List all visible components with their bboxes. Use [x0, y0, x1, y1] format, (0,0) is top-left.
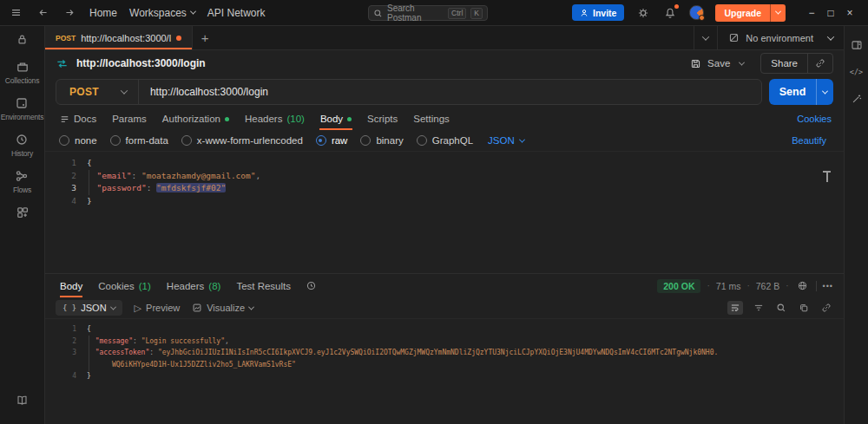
settings-gear-icon[interactable]: [635, 5, 651, 21]
menu-icon[interactable]: [9, 5, 23, 20]
mode-none[interactable]: none: [59, 135, 97, 146]
code-line-content[interactable]: "password": "mfdskfsjf#02": [87, 182, 226, 195]
window-minimize-button[interactable]: −: [802, 5, 821, 21]
forward-icon[interactable]: [62, 5, 77, 20]
send-options-button[interactable]: [816, 79, 833, 105]
copy-link-button[interactable]: [808, 58, 832, 68]
method-selector[interactable]: POST: [56, 86, 138, 98]
language-selector[interactable]: JSON: [488, 135, 524, 146]
mode-binary[interactable]: binary: [360, 135, 403, 146]
code-line[interactable]: 4}: [45, 195, 844, 208]
share-button[interactable]: Share: [761, 58, 807, 68]
sidebar-item-flows[interactable]: Flows: [13, 169, 31, 194]
search-response-icon[interactable]: [774, 301, 788, 315]
response-tab-body[interactable]: Body: [52, 274, 90, 297]
wrap-text-icon[interactable]: [727, 301, 743, 315]
response-body-viewer[interactable]: 1{2 "message": "Login successfully",3 "a…: [45, 318, 844, 424]
window-maximize-button[interactable]: □: [821, 5, 840, 21]
tab-label: Body: [320, 114, 343, 124]
chevron-down-icon: [827, 33, 834, 40]
status-dot: [347, 117, 352, 121]
response-format-selector[interactable]: { } JSON: [56, 300, 122, 316]
url-input-container: POST http://localhost:3000/login: [56, 79, 762, 105]
tab-label: Cookies: [98, 281, 135, 291]
notifications-bell-icon[interactable]: [662, 5, 678, 21]
code-line[interactable]: 3 "password": "mfdskfsjf#02": [45, 182, 844, 195]
link-response-icon[interactable]: [819, 301, 833, 315]
code-line-content[interactable]: "email": "moatazhamdy@gmail.com",: [87, 170, 260, 183]
nav-home[interactable]: Home: [89, 7, 117, 19]
environment-selector[interactable]: No environment: [717, 26, 844, 49]
tab-headers[interactable]: Headers(10): [237, 108, 312, 130]
save-button[interactable]: Save: [690, 58, 730, 69]
history-clock-icon: [306, 280, 317, 291]
mode-form-data[interactable]: form-data: [110, 135, 168, 146]
upgrade-chevron[interactable]: [770, 4, 786, 22]
code-line-content[interactable]: }: [87, 195, 92, 208]
request-tab[interactable]: POST http://localhost:3000/l: [45, 26, 193, 49]
mode-label: binary: [376, 135, 403, 146]
code-line[interactable]: 1{: [45, 157, 844, 170]
nav-workspaces[interactable]: Workspaces: [129, 7, 195, 19]
save-dropdown-button[interactable]: [738, 60, 746, 68]
sidebar-item-collections[interactable]: Collections: [5, 60, 39, 85]
mode-x-www-form-urlencoded[interactable]: x-www-form-urlencoded: [181, 135, 303, 146]
new-tab-button[interactable]: +: [193, 26, 217, 49]
sidebar-lock-button[interactable]: [16, 33, 29, 46]
response-tab-cookies[interactable]: Cookies(1): [90, 274, 159, 297]
tab-options-button[interactable]: [694, 26, 717, 49]
line-number: 4: [45, 195, 76, 208]
avatar[interactable]: [689, 5, 704, 20]
response-tab-test-results[interactable]: Test Results: [228, 274, 299, 297]
shortcut-k-badge: K: [470, 8, 483, 19]
response-size: 762 B: [756, 281, 779, 291]
preview-button[interactable]: ▷ Preview: [135, 303, 181, 314]
divider: [816, 281, 817, 291]
url-input[interactable]: http://localhost:3000/login: [139, 86, 761, 98]
visualize-button[interactable]: Visualize: [192, 303, 253, 313]
learning-center-button[interactable]: [16, 394, 29, 407]
back-icon[interactable]: [36, 5, 50, 20]
status-dot: [225, 117, 229, 121]
code-line[interactable]: 2 "email": "moatazhamdy@gmail.com",: [45, 170, 844, 183]
tab-settings[interactable]: Settings: [405, 108, 457, 130]
chevron-down-icon: [775, 9, 781, 15]
send-button[interactable]: Send: [769, 79, 833, 105]
line-number: 2: [45, 336, 76, 348]
search-input[interactable]: Search Postman Ctrl K: [368, 5, 488, 21]
tab-params[interactable]: Params: [104, 108, 155, 130]
network-globe-icon[interactable]: [795, 278, 810, 293]
wand-postbot-icon[interactable]: [849, 91, 865, 107]
language-label: JSON: [488, 135, 515, 146]
request-body-editor[interactable]: 1{2 "email": "moatazhamdy@gmail.com",3 "…: [45, 151, 844, 273]
beautify-link[interactable]: Beautify: [792, 135, 830, 146]
copy-icon[interactable]: [797, 301, 811, 315]
tab-body[interactable]: Body: [312, 108, 359, 130]
window-close-button[interactable]: ×: [840, 5, 859, 21]
response-tab-headers[interactable]: Headers(8): [159, 274, 229, 297]
line-number: 3: [45, 182, 76, 195]
mode-graphql[interactable]: GraphQL: [417, 135, 473, 146]
line-number: 4: [45, 370, 76, 382]
tab-docs[interactable]: Docs: [52, 108, 104, 130]
response-history-button[interactable]: [299, 274, 324, 297]
invite-label: Invite: [593, 8, 616, 18]
invite-button[interactable]: Invite: [572, 4, 624, 21]
environment-quicklook-panel-icon[interactable]: [849, 37, 865, 53]
mode-raw[interactable]: raw: [316, 135, 348, 146]
sidebar-item-environments[interactable]: Environments: [1, 96, 44, 121]
status-badge[interactable]: 200 OK: [657, 279, 700, 293]
code-snippet-icon[interactable]: </>: [850, 68, 863, 76]
sidebar-item-history[interactable]: History: [11, 133, 33, 158]
upgrade-button[interactable]: Upgrade: [715, 4, 786, 22]
filter-icon[interactable]: [752, 301, 766, 315]
nav-api-network[interactable]: API Network: [207, 7, 266, 19]
lock-icon: [16, 33, 29, 46]
tab-authorization[interactable]: Authorization: [155, 108, 237, 130]
code-line-content[interactable]: {: [87, 157, 92, 170]
tab-scripts[interactable]: Scripts: [359, 108, 405, 130]
more-options-icon[interactable]: •••: [823, 282, 833, 290]
sidebar-add-blocks-button[interactable]: [16, 205, 30, 219]
cookies-link[interactable]: Cookies: [797, 108, 837, 130]
flows-icon: [15, 169, 29, 183]
